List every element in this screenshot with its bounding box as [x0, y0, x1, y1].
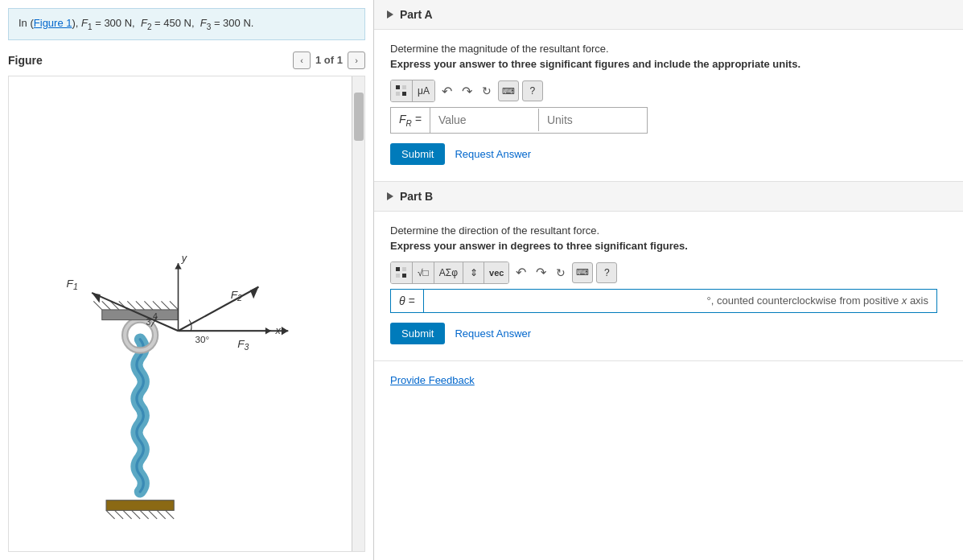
- scroll-thumb: [354, 93, 364, 141]
- part-a-content: Determine the magnitude of the resultant…: [374, 30, 963, 181]
- svg-text:F3: F3: [237, 338, 249, 352]
- undo-button-a[interactable]: ↶: [438, 82, 455, 101]
- refresh-button-a[interactable]: ↻: [479, 83, 495, 99]
- part-b-input-row: θ = °, counted counterclockwise from pos…: [390, 289, 937, 313]
- svg-rect-0: [106, 500, 174, 510]
- part-b-section: Part B Determine the direction of the re…: [374, 182, 963, 361]
- figure-nav: ‹ 1 of 1 ›: [293, 51, 365, 69]
- undo-button-b[interactable]: ↶: [512, 263, 529, 282]
- figure-link[interactable]: Figure 1: [34, 17, 72, 29]
- svg-marker-29: [282, 327, 288, 336]
- help-button-a[interactable]: ?: [522, 80, 543, 101]
- part-a-collapse-icon[interactable]: [387, 10, 393, 19]
- svg-text:F2: F2: [231, 289, 242, 303]
- mu-button-a[interactable]: μA: [413, 80, 434, 101]
- part-a-section: Part A Determine the magnitude of the re…: [374, 0, 963, 182]
- svg-line-21: [170, 301, 179, 310]
- part-a-equation-label: FR =: [391, 108, 430, 133]
- svg-text:30°: 30°: [195, 335, 210, 344]
- part-b-equation-label: θ =: [391, 290, 423, 312]
- svg-line-3: [123, 510, 132, 519]
- svg-line-1: [106, 510, 115, 519]
- part-a-header: Part A: [374, 0, 963, 30]
- svg-line-19: [153, 301, 162, 310]
- part-b-toolbar: √□ ΑΣφ ⇕ vec ↶ ↷ ↻ ⌨ ?: [390, 261, 947, 284]
- figure-area: x y F3 30° F2 F1 3 4: [8, 76, 365, 552]
- part-b-submit-button[interactable]: Submit: [390, 323, 445, 344]
- svg-line-32: [178, 286, 258, 331]
- figure-prev-button[interactable]: ‹: [293, 51, 311, 69]
- part-a-input-row: FR =: [390, 107, 648, 134]
- part-a-label: Part A: [400, 8, 433, 21]
- part-b-actions: Submit Request Answer: [390, 323, 947, 344]
- svg-line-17: [136, 301, 145, 310]
- svg-line-12: [93, 301, 102, 310]
- figure-next-button[interactable]: ›: [348, 51, 365, 69]
- part-a-instruction2: Express your answer to three significant…: [390, 58, 947, 70]
- figure-label: Figure: [8, 54, 43, 67]
- part-b-request-link[interactable]: Request Answer: [455, 327, 531, 340]
- grid-icon-a: [396, 85, 407, 97]
- figure-scrollbar[interactable]: [352, 76, 364, 551]
- part-b-suffix: °, counted counterclockwise from positiv…: [699, 290, 936, 311]
- redo-button-b[interactable]: ↷: [533, 263, 549, 282]
- refresh-button-b[interactable]: ↻: [553, 265, 569, 281]
- svg-line-5: [140, 510, 149, 519]
- svg-text:F1: F1: [67, 277, 78, 290]
- svg-line-18: [144, 301, 153, 310]
- part-a-actions: Submit Request Answer: [390, 143, 947, 165]
- part-b-content: Determine the direction of the resultant…: [374, 212, 963, 360]
- sqrt-button-b[interactable]: √□: [413, 262, 434, 283]
- svg-text:y: y: [181, 253, 187, 264]
- part-a-value-input[interactable]: [430, 109, 539, 131]
- svg-text:3: 3: [146, 316, 150, 326]
- vec-button-b[interactable]: vec: [484, 262, 508, 283]
- part-a-request-link[interactable]: Request Answer: [455, 148, 531, 160]
- svg-marker-33: [250, 286, 259, 299]
- part-b-value-input[interactable]: [423, 290, 699, 312]
- feedback-link[interactable]: Provide Feedback: [374, 361, 963, 399]
- keyboard-button-a[interactable]: ⌨: [498, 80, 519, 101]
- part-b-collapse-icon[interactable]: [387, 192, 393, 200]
- part-a-instruction1: Determine the magnitude of the resultant…: [390, 43, 947, 55]
- part-b-label: Part B: [400, 190, 433, 203]
- part-a-toolbar: μA ↶ ↷ ↻ ⌨ ?: [390, 80, 947, 102]
- svg-line-6: [149, 510, 158, 519]
- keyboard-button-b[interactable]: ⌨: [572, 262, 593, 283]
- part-a-units-input[interactable]: [539, 109, 647, 131]
- problem-statement: In (Figure 1), F1 = 300 N, F2 = 450 N, F…: [8, 8, 365, 40]
- toolbar-group-a: μA: [390, 80, 435, 102]
- part-b-instruction1: Determine the direction of the resultant…: [390, 224, 947, 237]
- part-a-submit-button[interactable]: Submit: [390, 143, 445, 165]
- redo-button-a[interactable]: ↷: [459, 82, 475, 101]
- grid-button-a[interactable]: [391, 80, 413, 101]
- figure-header: Figure ‹ 1 of 1 ›: [8, 48, 365, 72]
- left-panel: In (Figure 1), F1 = 300 N, F2 = 450 N, F…: [0, 0, 374, 560]
- svg-line-2: [115, 510, 124, 519]
- figure-nav-text: 1 of 1: [315, 54, 343, 66]
- svg-line-13: [102, 301, 111, 310]
- right-panel: Part A Determine the magnitude of the re…: [374, 0, 963, 560]
- toolbar-group-b: √□ ΑΣφ ⇕ vec: [390, 261, 509, 284]
- figure-svg: x y F3 30° F2 F1 3 4: [9, 76, 364, 551]
- svg-line-20: [161, 301, 170, 310]
- svg-line-7: [157, 510, 166, 519]
- svg-line-8: [166, 510, 175, 519]
- part-b-instruction2: Express your answer in degrees to three …: [390, 240, 947, 252]
- svg-marker-36: [92, 292, 101, 303]
- grid-button-b[interactable]: [391, 262, 413, 283]
- help-button-b[interactable]: ?: [596, 262, 617, 283]
- svg-line-4: [132, 510, 141, 519]
- part-b-header: Part B: [374, 182, 963, 212]
- sigma-button-b[interactable]: ΑΣφ: [434, 262, 463, 283]
- grid-icon-b: [396, 267, 407, 278]
- arrows-button-b[interactable]: ⇕: [463, 262, 484, 283]
- svg-marker-26: [175, 263, 181, 269]
